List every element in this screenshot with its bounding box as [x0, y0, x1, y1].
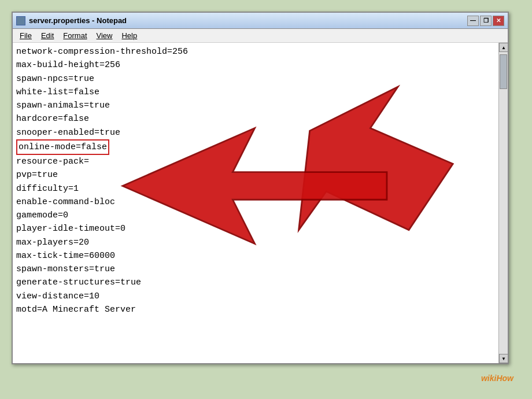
restore-button[interactable]: ❐ — [480, 16, 492, 26]
window-title: server.properties - Notepad — [29, 16, 467, 25]
text-line: motd=A Minecraft Server — [16, 303, 495, 316]
text-line: max-tick-time=60000 — [16, 249, 495, 263]
content-area: network-compression-threshold=256max-bui… — [13, 43, 508, 363]
scroll-down-button[interactable]: ▼ — [499, 354, 508, 363]
menu-bar: File Edit Format View Help — [13, 29, 508, 43]
text-line: online-mode=false — [16, 139, 495, 155]
text-line: resource-pack= — [16, 155, 495, 168]
text-line: difficulty=1 — [16, 182, 495, 195]
watermark: wikiHow — [481, 374, 513, 383]
menu-help[interactable]: Help — [117, 30, 142, 41]
menu-format[interactable]: Format — [58, 30, 91, 41]
text-line: snooper-enabled=true — [16, 126, 495, 139]
menu-view[interactable]: View — [92, 30, 117, 41]
scroll-track — [499, 52, 508, 354]
title-bar: server.properties - Notepad — ❐ ✕ — [13, 13, 508, 29]
text-line: pvp=true — [16, 168, 495, 182]
notepad-window: server.properties - Notepad — ❐ ✕ File E… — [12, 12, 509, 364]
text-line: view-distance=10 — [16, 290, 495, 303]
menu-file[interactable]: File — [15, 30, 36, 41]
minimize-button[interactable]: — — [467, 16, 479, 26]
text-line: enable-command-bloc — [16, 195, 495, 209]
text-line: player-idle-timeout=0 — [16, 222, 495, 235]
text-editor[interactable]: network-compression-threshold=256max-bui… — [13, 43, 498, 363]
text-line: hardcore=false — [16, 112, 495, 125]
highlighted-text: online-mode=false — [16, 139, 109, 155]
text-line: spawn-npcs=true — [16, 72, 495, 86]
text-line: network-compression-threshold=256 — [16, 45, 495, 58]
how-text: How — [496, 374, 513, 383]
close-button[interactable]: ✕ — [493, 16, 504, 26]
text-line: generate-structures=true — [16, 276, 495, 289]
window-controls: — ❐ ✕ — [467, 16, 504, 26]
text-line: gamemode=0 — [16, 209, 495, 222]
wiki-text: wiki — [481, 374, 496, 383]
text-line: spawn-animals=true — [16, 99, 495, 112]
text-line: white-list=false — [16, 86, 495, 99]
text-line: max-players=20 — [16, 236, 495, 249]
menu-edit[interactable]: Edit — [36, 30, 58, 41]
scroll-up-button[interactable]: ▲ — [499, 43, 508, 52]
scroll-thumb[interactable] — [500, 54, 507, 89]
text-line: max-build-height=256 — [16, 58, 495, 72]
text-line: spawn-monsters=true — [16, 263, 495, 276]
scrollbar[interactable]: ▲ ▼ — [498, 43, 508, 363]
notepad-icon — [16, 16, 25, 25]
